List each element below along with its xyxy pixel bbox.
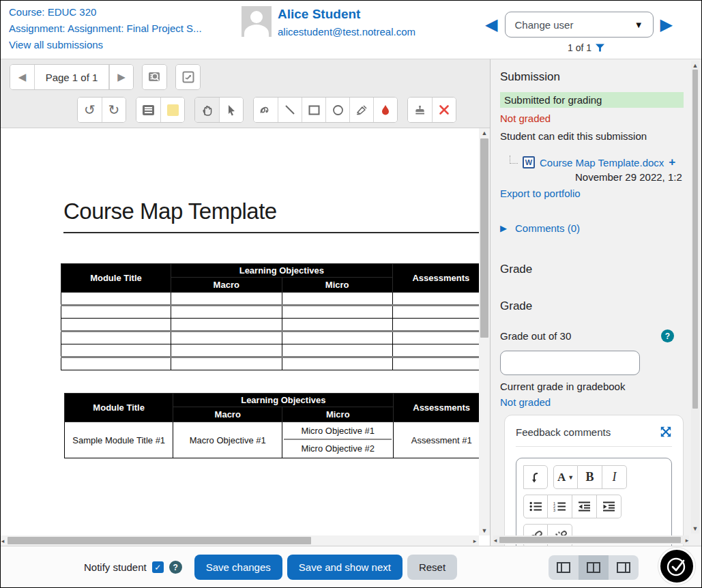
font-style-button[interactable]: A ▼ xyxy=(553,465,578,489)
layout-split-icon xyxy=(587,562,600,573)
save-changes-button[interactable]: Save changes xyxy=(194,555,282,580)
comments-toggle-link[interactable]: Comments (0) xyxy=(515,222,580,234)
current-grade-value-link[interactable]: Not graded xyxy=(500,396,551,408)
notify-student-checkbox[interactable]: ✓ xyxy=(152,561,164,573)
notify-help-icon[interactable]: ? xyxy=(169,561,182,574)
delete-annotation-button[interactable] xyxy=(432,98,456,122)
chevron-down-icon: ▼ xyxy=(568,474,574,481)
filter-icon[interactable] xyxy=(596,44,604,53)
grade-input[interactable] xyxy=(500,351,640,375)
comments-expand-icon[interactable]: ▶ xyxy=(500,223,507,233)
grade-subheading: Grade xyxy=(500,299,692,313)
indent-button[interactable] xyxy=(597,495,621,518)
outdent-button[interactable] xyxy=(572,495,597,518)
main-area: ◀ Page 1 of 1 ▶ xyxy=(1,59,701,546)
rotate-right-button[interactable]: ↻ xyxy=(102,98,126,122)
tree-connector-icon xyxy=(510,156,518,164)
reset-button[interactable]: Reset xyxy=(407,555,457,580)
t1-assessments-header: Assessments xyxy=(392,264,489,293)
current-grade-label: Current grade in gradebook xyxy=(500,381,692,392)
grading-actions-footer: Notify student ✓ ? Save changes Save and… xyxy=(1,546,701,588)
document-canvas[interactable]: Course Map Template Module Title Learnin… xyxy=(1,128,490,546)
export-to-portfolio-link[interactable]: Export to portfolio xyxy=(500,188,581,199)
stamp-tool-button[interactable] xyxy=(408,98,432,122)
font-style-glyph: A xyxy=(557,471,566,484)
document-vertical-scrollbar[interactable]: ▲ ▼ xyxy=(479,128,490,535)
sidebar-horizontal-scrollbar[interactable]: ◂ ▸ xyxy=(493,535,689,544)
toggle-review-panel-button[interactable] xyxy=(658,548,695,585)
t1-micro-header: Micro xyxy=(282,278,392,293)
expand-editor-icon[interactable] xyxy=(660,426,672,438)
add-file-icon[interactable]: + xyxy=(669,156,675,169)
select-tool-button[interactable] xyxy=(219,98,243,122)
grade-out-of-label: Grade out of 30 xyxy=(500,330,571,342)
assign-grading-app: Course: EDUC 320 Assignment: Assignment:… xyxy=(0,0,702,588)
save-and-show-next-button[interactable]: Save and show next xyxy=(287,555,403,580)
grade-help-icon[interactable]: ? xyxy=(661,329,674,342)
annotation-color-button[interactable] xyxy=(373,98,397,122)
submission-heading: Submission xyxy=(500,70,692,84)
pdf-annotation-toolbar: ◀ Page 1 of 1 ▶ xyxy=(1,59,490,128)
circle-tool-button[interactable] xyxy=(325,98,349,122)
t2-assessments-header: Assessments xyxy=(394,394,490,422)
comment-color-button[interactable] xyxy=(160,98,184,122)
t2-micro-header: Micro xyxy=(282,407,394,422)
grading-sidebar: Submission Submitted for grading Not gra… xyxy=(490,59,701,546)
rotate-left-button[interactable]: ↺ xyxy=(78,98,102,122)
expand-region-button[interactable] xyxy=(176,65,200,89)
change-user-dropdown[interactable]: Change user ▼ xyxy=(505,12,654,38)
rectangle-tool-button[interactable] xyxy=(302,98,325,122)
scroll-up-arrow[interactable]: ▲ xyxy=(691,61,699,70)
micro-objective-cell: Micro Objective #1 Micro Objective #2 xyxy=(282,422,394,458)
avatar xyxy=(242,6,272,37)
horizontal-scroll-thumb[interactable] xyxy=(499,537,681,543)
layout-split-button[interactable] xyxy=(579,555,609,580)
comment-icon xyxy=(143,105,154,115)
vertical-scroll-thumb[interactable] xyxy=(692,70,698,409)
vertical-scroll-thumb[interactable] xyxy=(480,138,488,338)
horizontal-scroll-thumb[interactable] xyxy=(8,537,311,544)
layout-collapse-right-button[interactable] xyxy=(609,555,639,580)
scroll-right-arrow[interactable]: ▸ xyxy=(684,535,690,544)
document-horizontal-scrollbar[interactable]: ◂ ▸ xyxy=(1,535,479,546)
grade-out-of-row: Grade out of 30 ? xyxy=(500,329,674,342)
line-icon xyxy=(284,104,295,115)
annotation-tools-row: ↺ ↻ xyxy=(77,97,490,123)
italic-button[interactable]: I xyxy=(602,465,627,489)
line-tool-button[interactable] xyxy=(278,98,302,122)
next-user-button[interactable]: ▶ xyxy=(660,16,673,33)
submission-file-link[interactable]: Course Map Template.docx xyxy=(540,157,664,168)
feedback-editor[interactable]: A ▼ B I xyxy=(516,458,672,546)
layout-left-icon xyxy=(557,562,570,573)
pointer-group xyxy=(194,97,244,123)
comment-tool-button[interactable] xyxy=(136,98,160,122)
indent-icon xyxy=(602,501,615,512)
search-comments-button[interactable] xyxy=(143,65,166,89)
sidebar-vertical-scrollbar[interactable]: ▲ ▼ xyxy=(691,61,699,533)
outdent-icon xyxy=(578,501,591,512)
bold-button[interactable]: B xyxy=(578,465,602,489)
bold-icon: B xyxy=(585,470,594,484)
pen-tool-button[interactable] xyxy=(254,98,278,122)
scroll-right-arrow[interactable]: ▸ xyxy=(471,535,479,546)
next-page-button[interactable]: ▶ xyxy=(109,65,133,89)
comments-section: ▶ Comments (0) xyxy=(500,222,692,234)
t2-macro-header: Macro xyxy=(173,407,282,422)
scroll-down-arrow[interactable]: ▼ xyxy=(691,524,699,533)
collapse-toolbar-button[interactable] xyxy=(523,465,548,489)
delete-x-icon xyxy=(439,104,450,115)
user-name-link[interactable]: Alice Student xyxy=(278,7,415,22)
previous-user-button[interactable]: ◀ xyxy=(485,16,497,33)
highlight-tool-button[interactable] xyxy=(349,98,373,122)
scroll-down-arrow[interactable]: ▼ xyxy=(479,526,490,535)
layout-collapse-left-button[interactable] xyxy=(549,555,579,580)
drag-tool-button[interactable] xyxy=(195,98,219,122)
scroll-left-arrow[interactable]: ◂ xyxy=(492,535,499,544)
scroll-up-arrow[interactable]: ▲ xyxy=(479,128,490,138)
bullet-list-button[interactable] xyxy=(523,495,548,518)
numbered-list-button[interactable]: 123 xyxy=(548,495,572,518)
user-pager: 1 of 1 xyxy=(568,42,604,53)
scroll-left-arrow[interactable]: ◂ xyxy=(1,535,7,546)
previous-page-button[interactable]: ◀ xyxy=(10,65,34,89)
italic-icon: I xyxy=(613,470,617,484)
